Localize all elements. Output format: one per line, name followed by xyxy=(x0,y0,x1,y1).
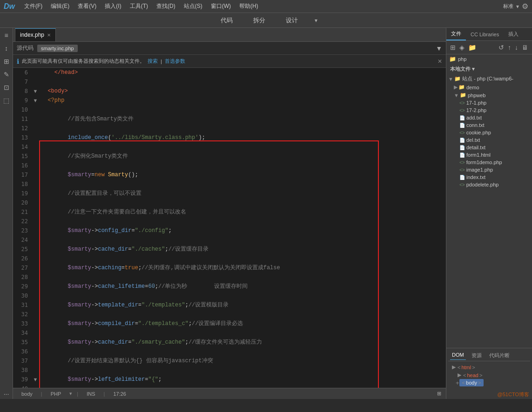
table-row: 10 xyxy=(13,105,446,114)
sidebar-icon-4[interactable]: ✎ xyxy=(1,69,12,80)
tree-file-pdodelete[interactable]: <> pdodelete.php xyxy=(458,181,532,188)
main-layout: ≡ ↕ ⊞ ✎ ⊡ ⬚ ··· index.php ✕ 源代码 smarty.i… xyxy=(0,28,532,399)
info-bar: ℹ 此页面可能具有仅可由服务器搜索到的动态相关文件。 搜索 | 首选参数 ✕ xyxy=(13,55,446,68)
tab-close-index[interactable]: ✕ xyxy=(47,33,51,38)
table-row: 20 xyxy=(13,198,446,207)
app-logo: Dw xyxy=(4,2,15,11)
line-number: 12 xyxy=(13,124,32,133)
fold-marker xyxy=(32,226,39,235)
code-content xyxy=(39,365,446,375)
dom-tab-snippets[interactable]: 代码片断 xyxy=(487,351,512,360)
line-number: 32 xyxy=(13,310,32,319)
menu-tools[interactable]: 工具(T) xyxy=(126,1,152,12)
phpweb-folder-icon: 📁 xyxy=(460,92,466,98)
sidebar-icon-3[interactable]: ⊞ xyxy=(1,56,12,66)
fold-marker: ▼ xyxy=(32,96,39,105)
info-search-link[interactable]: 搜索 xyxy=(148,58,158,65)
mode-dropdown-icon[interactable]: ▾ xyxy=(516,3,519,10)
menu-view[interactable]: 查看(V) xyxy=(74,1,100,12)
status-php-dropdown[interactable]: ▾ xyxy=(69,391,72,397)
view-code-btn[interactable]: 代码 xyxy=(215,14,238,27)
menu-file[interactable]: 文件(F) xyxy=(20,1,46,12)
sidebar-icon-1[interactable]: ≡ xyxy=(1,30,12,40)
php-file-icon-5: <> xyxy=(459,167,465,173)
tree-demo-folder[interactable]: ▶ 📁 demo xyxy=(452,83,532,91)
tree-phpweb-folder[interactable]: ▼ 📁 phpweb xyxy=(452,91,532,99)
view-design-btn[interactable]: 设计 xyxy=(280,14,303,27)
status-grid-icon[interactable]: ⊞ xyxy=(437,391,441,397)
dom-node-head[interactable]: ▶ <head> xyxy=(458,371,526,379)
rt-icon-up[interactable]: ↑ xyxy=(507,43,512,52)
fold-marker xyxy=(32,263,39,272)
fold-marker xyxy=(32,161,39,170)
line-number: 34 xyxy=(13,328,32,338)
file-label-image1: image1.php xyxy=(466,167,493,173)
info-prefs-link[interactable]: 首选参数 xyxy=(165,58,185,65)
line-number: 18 xyxy=(13,179,32,189)
sidebar-icon-6[interactable]: ⬚ xyxy=(1,95,12,106)
fold-marker xyxy=(32,133,39,142)
tree-file-form1-html[interactable]: 📄 form1.html xyxy=(458,151,532,159)
right-tab-cc[interactable]: CC Libraries xyxy=(466,28,504,40)
sidebar-icon-5[interactable]: ⊡ xyxy=(1,82,12,93)
view-design-dropdown[interactable]: ▾ xyxy=(315,17,317,24)
line-number: 35 xyxy=(13,338,32,347)
tree-file-add-txt[interactable]: 📄 add.txt xyxy=(458,114,532,121)
view-split-btn[interactable]: 拆分 xyxy=(248,14,271,27)
code-content: </head> xyxy=(39,68,446,77)
rt-icon-refresh[interactable]: ↺ xyxy=(498,43,505,52)
txt-file-icon-3: 📄 xyxy=(459,138,465,143)
table-row: 38 xyxy=(13,365,446,375)
dom-tag-html: html xyxy=(461,365,471,370)
file-label-pdodelete: pdodelete.php xyxy=(466,182,499,187)
top-menubar: Dw 文件(F) 编辑(E) 查看(V) 插入(I) 工具(T) 查找(D) 站… xyxy=(0,0,532,13)
site-expand-icon: ▼ xyxy=(448,76,453,82)
table-row: 26 xyxy=(13,254,446,263)
tree-file-form1demo[interactable]: <> form1demo.php xyxy=(458,159,532,166)
file-label-17-1: 17-1.php xyxy=(466,100,486,106)
tree-site-root[interactable]: ▼ 📁 站点 - php (C:\wamp6- xyxy=(446,74,532,83)
settings-icon[interactable]: ⚙ xyxy=(522,2,528,11)
menu-site[interactable]: 站点(S) xyxy=(180,1,206,12)
tree-file-index-txt[interactable]: 📄 index.txt xyxy=(458,173,532,181)
smarty-badge[interactable]: smarty.inc.php xyxy=(37,45,78,52)
tree-file-17-1[interactable]: <> 17-1.php xyxy=(458,99,532,106)
tree-file-image1[interactable]: <> image1.php xyxy=(458,166,532,173)
dom-tab-resources[interactable]: 资源 xyxy=(470,351,484,360)
fold-marker: ▼ xyxy=(32,375,39,384)
tree-file-cookie-php[interactable]: <> cookie.php xyxy=(458,129,532,136)
dom-node-body[interactable]: <body> xyxy=(459,379,484,386)
menu-insert[interactable]: 插入(I) xyxy=(101,1,125,12)
rt-icon-down[interactable]: ↓ xyxy=(514,43,519,52)
sidebar-icon-2[interactable]: ↕ xyxy=(1,43,12,53)
tree-file-detail-txt[interactable]: 📄 detail.txt xyxy=(458,144,532,151)
info-close-btn[interactable]: ✕ xyxy=(438,58,442,65)
sidebar-icon-bottom[interactable]: ··· xyxy=(1,389,12,399)
code-content: //设置开始结束边界默认为{} 但容易与javascript冲突 xyxy=(39,356,446,365)
file-label-17-2: 17-2.php xyxy=(466,107,486,113)
dom-node-html[interactable]: ▶ <html> xyxy=(452,363,526,371)
rt-icon-monitor[interactable]: 🖥 xyxy=(521,43,529,52)
line-number: 16 xyxy=(13,161,32,170)
tree-file-conn-txt[interactable]: 📄 conn.txt xyxy=(458,121,532,129)
menu-edit[interactable]: 编辑(E) xyxy=(47,1,73,12)
table-row: 11 //首先包含Smarty类文件 xyxy=(13,114,446,124)
dom-tab-dom[interactable]: DOM xyxy=(450,351,466,360)
right-tab-files[interactable]: 文件 xyxy=(446,28,466,40)
tab-index-php[interactable]: index.php ✕ xyxy=(15,28,56,41)
menu-find[interactable]: 查找(D) xyxy=(153,1,179,12)
status-body: body xyxy=(18,391,36,397)
tree-file-17-2[interactable]: <> 17-2.php xyxy=(458,106,532,114)
menu-help[interactable]: 帮助(H) xyxy=(236,1,262,12)
code-area[interactable]: 6 </head> 7 8 ▼ <body> xyxy=(13,68,446,388)
rt-icon-folder[interactable]: 📁 xyxy=(467,43,477,52)
table-row: 15 //实例化Smarty类文件 xyxy=(13,152,446,161)
filter-icon[interactable]: ▼ xyxy=(436,45,442,52)
rt-icon-diamond[interactable]: ◈ xyxy=(458,43,465,52)
dom-add-btn[interactable]: + xyxy=(456,379,459,386)
rt-icon-grid[interactable]: ⊞ xyxy=(449,43,457,52)
fold-marker xyxy=(32,170,39,179)
menu-window[interactable]: 窗口(W) xyxy=(207,1,235,12)
tree-file-del-txt[interactable]: 📄 del.txt xyxy=(458,136,532,144)
right-tab-insert[interactable]: 插入 xyxy=(504,28,523,40)
